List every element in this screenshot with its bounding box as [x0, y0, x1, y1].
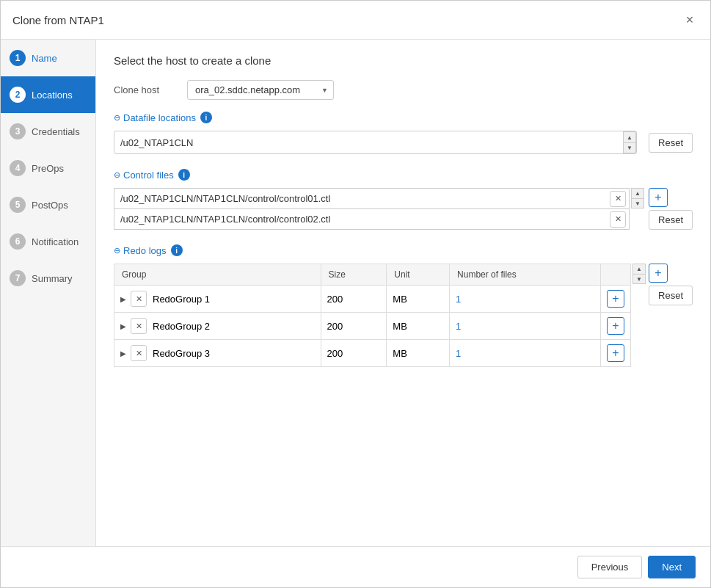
sidebar-item-preops[interactable]: 4 PreOps [1, 150, 95, 186]
clone-host-row: Clone host ora_02.sddc.netapp.com [114, 80, 693, 100]
redo-group-cell-3: ▶ ✕ RedoGroup 3 [114, 340, 321, 367]
close-button[interactable]: × [681, 11, 699, 29]
redo-logs-arrow-icon: ⊖ [114, 246, 120, 255]
next-button[interactable]: Next [648, 556, 696, 578]
step-num-3: 3 [10, 123, 26, 139]
clone-host-label: Clone host [114, 84, 187, 95]
control-file-input-2[interactable] [114, 209, 610, 229]
sidebar-item-notification[interactable]: 6 Notification [1, 223, 95, 260]
col-unit: Unit [387, 264, 450, 286]
datafile-collapse-btn[interactable]: ⊖ Datafile locations [114, 112, 196, 123]
redo-unit-1: MB [393, 294, 407, 305]
datafile-scroll-up[interactable]: ▲ [623, 131, 636, 142]
redo-expand-3[interactable]: ▶ [120, 349, 126, 357]
sidebar-item-postops[interactable]: 5 PostOps [1, 186, 95, 223]
sidebar-label-summary: Summary [32, 273, 73, 284]
control-files-label: Control files [123, 170, 174, 181]
sidebar-item-locations[interactable]: 2 Locations [1, 76, 95, 113]
redo-logs-table: Group Size Unit Number of files [114, 264, 631, 367]
step-num-5: 5 [10, 197, 26, 213]
control-file-remove-2[interactable]: ✕ [610, 211, 626, 228]
dialog-body: 1 Name 2 Locations 3 Credentials 4 PreOp… [1, 40, 710, 546]
control-files-section: ⊖ Control files i ✕ ✕ [114, 169, 693, 230]
sidebar-label-postops: PostOps [32, 200, 68, 211]
redo-addrow-cell-2: + [601, 313, 631, 340]
sidebar-label-preops: PreOps [32, 163, 64, 174]
datafile-header: ⊖ Datafile locations i [114, 112, 693, 123]
previous-button[interactable]: Previous [577, 556, 643, 578]
step-num-2: 2 [10, 87, 26, 103]
sidebar-item-credentials[interactable]: 3 Credentials [1, 113, 95, 150]
clone-host-select[interactable]: ora_02.sddc.netapp.com [187, 80, 334, 100]
sidebar-label-credentials: Credentials [32, 126, 80, 137]
redo-group-1: RedoGroup 1 [153, 294, 210, 305]
dialog-footer: Previous Next [1, 546, 710, 587]
redo-numfiles-link-3[interactable]: 1 [456, 348, 461, 359]
redo-numfiles-cell-1: 1 [450, 286, 601, 313]
redo-add-btn-2[interactable]: + [607, 317, 624, 335]
redo-remove-3[interactable]: ✕ [131, 345, 147, 361]
redo-group-3: RedoGroup 3 [153, 348, 210, 359]
redo-group-cell-1: ▶ ✕ RedoGroup 1 [114, 286, 321, 313]
sidebar-item-summary[interactable]: 7 Summary [1, 260, 95, 297]
redo-size-1: 200 [327, 294, 343, 305]
redo-scroll-down[interactable]: ▼ [632, 274, 646, 284]
step-num-7: 7 [10, 270, 26, 286]
step-num-6: 6 [10, 233, 26, 250]
datafile-input[interactable] [114, 133, 623, 153]
redo-numfiles-link-1[interactable]: 1 [456, 294, 461, 305]
control-files-scroll-up[interactable]: ▲ [631, 188, 644, 198]
control-file-row-1: ✕ [114, 188, 630, 208]
redo-remove-1[interactable]: ✕ [131, 291, 147, 307]
control-files-body: ✕ ✕ ▲ ▼ + Reset [114, 188, 693, 230]
redo-addrow-cell-1: + [601, 286, 631, 313]
control-files-inputs-col: ✕ ✕ [114, 188, 630, 230]
redo-row-3: ▶ ✕ RedoGroup 3 200 [114, 340, 631, 367]
sidebar-item-name[interactable]: 1 Name [1, 40, 95, 76]
datafile-scroll-down[interactable]: ▼ [623, 142, 636, 153]
control-files-collapse-btn[interactable]: ⊖ Control files [114, 170, 174, 181]
sidebar-label-locations: Locations [32, 90, 73, 101]
control-files-scroll-down[interactable]: ▼ [631, 198, 644, 208]
redo-row-2: ▶ ✕ RedoGroup 2 200 [114, 313, 631, 340]
redo-add-button[interactable]: + [649, 264, 668, 283]
redo-table-container: Group Size Unit Number of files [114, 264, 631, 367]
control-file-row-2: ✕ [114, 208, 630, 230]
redo-unit-cell-3: MB [387, 340, 450, 367]
datafile-section: ⊖ Datafile locations i ▲ ▼ Reset [114, 112, 693, 154]
control-files-arrow-icon: ⊖ [114, 170, 120, 180]
redo-actions: + Reset [649, 264, 693, 305]
redo-size-cell-2: 200 [321, 313, 387, 340]
control-files-reset-button[interactable]: Reset [649, 210, 693, 230]
redo-add-btn-1[interactable]: + [607, 290, 624, 308]
redo-remove-2[interactable]: ✕ [131, 318, 147, 334]
datafile-input-row: ▲ ▼ Reset [114, 131, 693, 154]
clone-host-select-wrapper: ora_02.sddc.netapp.com [187, 80, 334, 100]
redo-scroll-up[interactable]: ▲ [632, 264, 646, 274]
redo-logs-collapse-btn[interactable]: ⊖ Redo logs [114, 245, 167, 256]
redo-group-cell-2: ▶ ✕ RedoGroup 2 [114, 313, 321, 340]
control-file-remove-1[interactable]: ✕ [610, 191, 626, 207]
redo-logs-info-icon: i [171, 244, 183, 256]
sidebar-label-name: Name [32, 53, 57, 64]
datafile-input-wrap: ▲ ▼ [114, 131, 637, 154]
redo-expand-1[interactable]: ▶ [120, 295, 126, 303]
control-file-input-1[interactable] [114, 189, 610, 208]
redo-unit-cell-2: MB [387, 313, 450, 340]
datafile-arrow-icon: ⊖ [114, 113, 120, 123]
redo-row-1: ▶ ✕ RedoGroup 1 200 [114, 286, 631, 313]
redo-numfiles-link-2[interactable]: 1 [456, 321, 461, 332]
redo-size-cell-3: 200 [321, 340, 387, 367]
datafile-info-icon: i [200, 112, 212, 123]
datafile-reset-button[interactable]: Reset [649, 133, 693, 153]
control-files-add-button[interactable]: + [649, 188, 668, 207]
redo-expand-2[interactable]: ▶ [120, 322, 126, 330]
control-files-actions: + Reset [649, 188, 693, 230]
redo-add-btn-3[interactable]: + [607, 344, 624, 362]
redo-unit-2: MB [393, 321, 407, 332]
redo-reset-button[interactable]: Reset [649, 286, 693, 305]
section-title: Select the host to create a clone [114, 54, 693, 67]
sidebar: 1 Name 2 Locations 3 Credentials 4 PreOp… [1, 40, 96, 546]
col-group: Group [114, 264, 321, 286]
step-num-4: 4 [10, 160, 26, 176]
